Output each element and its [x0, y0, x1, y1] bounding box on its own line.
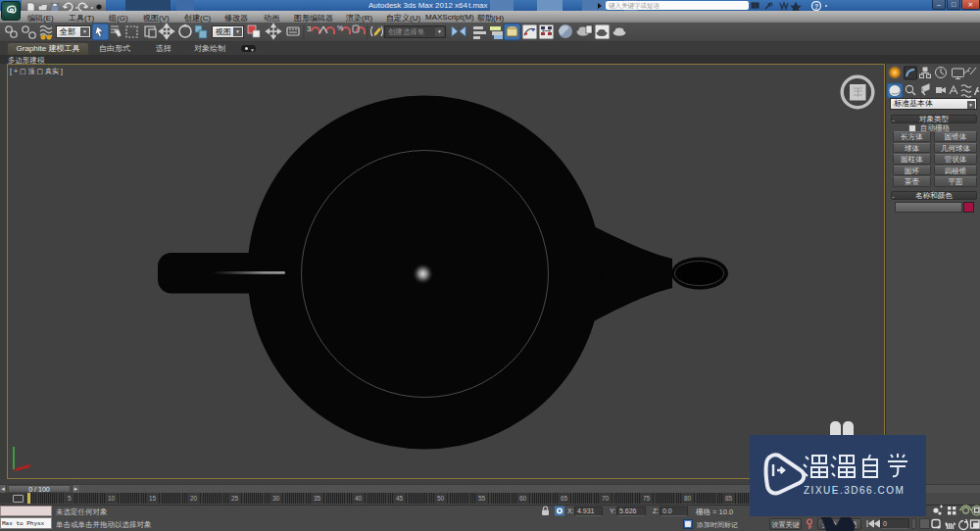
svg-text:?: ? [814, 3, 818, 10]
svg-text:%: % [337, 24, 343, 31]
svg-text:3: 3 [307, 24, 312, 33]
svg-text:ZIXUE.3D66.COM: ZIXUE.3D66.COM [804, 485, 905, 496]
